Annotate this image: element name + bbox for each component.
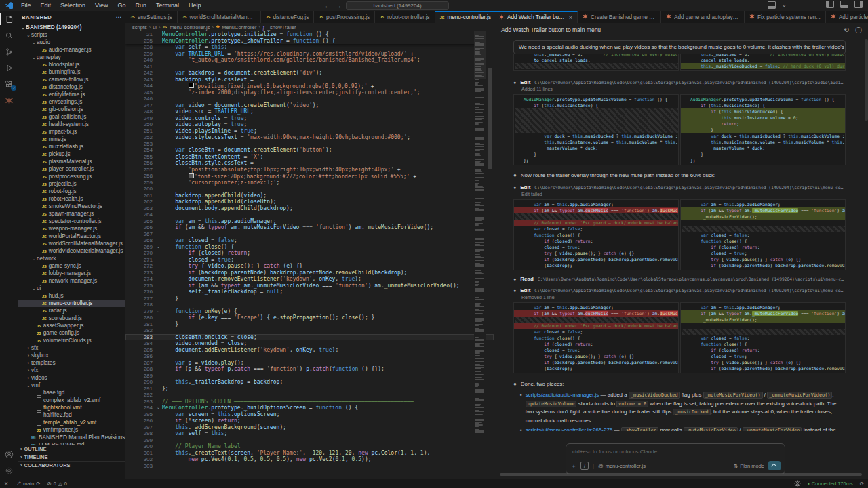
command-center-search[interactable]: banished (1499204) <box>346 1 449 10</box>
code-line[interactable]: 241 <box>125 64 494 70</box>
menu-file[interactable]: File <box>16 0 36 11</box>
tree-item[interactable]: JSweapon-manager.js <box>18 225 125 232</box>
code-line[interactable]: 274 document.removeEventListener('keydow… <box>125 276 494 283</box>
diff-block[interactable]: AudioManager.prototype.updateMusicVolume… <box>513 94 846 165</box>
code-line[interactable]: 255 closeBtn.textContent = 'X'; <box>125 154 494 161</box>
code-line[interactable]: 264 <box>125 211 494 218</box>
editor-tab[interactable]: JSpostProcessing.js <box>314 11 375 23</box>
tree-item[interactable]: JSplayer-controller.js <box>18 165 125 173</box>
tree-item[interactable]: JSplasmaMaterial.js <box>18 158 125 165</box>
code-line[interactable]: 289 <box>125 373 494 380</box>
code-line[interactable]: 283 closeBtn.onclick = close; <box>125 334 494 341</box>
tree-item[interactable]: flightschool.vmf <box>18 404 125 411</box>
breadcrumb-item[interactable]: ui <box>153 24 157 30</box>
status-accounts-icon[interactable] <box>794 480 801 488</box>
close-tab-icon[interactable]: × <box>569 14 572 21</box>
sidebar-section-collaborators[interactable]: ›COLLABORATORS <box>18 461 125 469</box>
code-editor[interactable]: 236237238 var self = this;239 var TRAILE… <box>125 31 494 479</box>
code-line[interactable]: 268 var closed = false; <box>125 237 494 244</box>
tool-call[interactable]: ●EditC:\Users\Owner\AppData\Roaming\Code… <box>513 287 846 293</box>
diff-block[interactable]: var am = this.app.audioManager; if (am &… <box>513 199 846 270</box>
plan-mode-toggle[interactable]: ⇅ Plan mode <box>734 463 764 469</box>
tree-item[interactable]: JSvmfImporter.js <box>18 426 125 434</box>
extensions-icon[interactable]: 2 <box>0 76 18 92</box>
code-line[interactable]: 287 var p = video.play(); <box>125 360 494 367</box>
session-tab[interactable]: Add Watch Trailer button...× <box>494 11 578 23</box>
breadcrumb[interactable]: scripts›ui›JSmenu-controller.js›❖MenuCon… <box>125 23 500 31</box>
git-branch-indicator[interactable]: ⎇ main ⟳ <box>15 481 40 487</box>
code-line[interactable]: 247 var video = document.createElement('… <box>125 102 494 109</box>
menu-run[interactable]: Run <box>130 0 151 11</box>
status-refresh-icon[interactable]: ⟳ <box>860 481 864 487</box>
code-line[interactable]: 254 var closeBtn = document.createElemen… <box>125 147 494 154</box>
session-tab[interactable]: Create Banished game rea... <box>578 11 661 23</box>
code-line[interactable]: 300 // Player Name label <box>125 443 494 450</box>
explorer-more-actions-icon[interactable]: ⋯ <box>116 14 121 20</box>
code-line[interactable]: 286 <box>125 353 494 360</box>
send-button[interactable] <box>768 461 781 470</box>
tree-item[interactable]: JSdistancefog.js <box>18 83 125 91</box>
tree-item[interactable]: ⌄scripts <box>18 31 125 39</box>
code-line[interactable]: 282 <box>125 327 494 334</box>
editor-tab[interactable]: JSdistanceFog.js <box>261 11 315 23</box>
code-line[interactable]: 252 video.style.cssText = 'max-width:90v… <box>125 134 494 141</box>
code-line[interactable]: 292 <box>125 392 494 399</box>
sidebar-section-timeline[interactable]: ›TIMELINE <box>18 453 125 461</box>
diff-block[interactable]: var am = this.app.audioManager; if (am &… <box>513 302 846 373</box>
tree-item[interactable]: ›sfx <box>18 344 125 352</box>
accounts-icon[interactable] <box>0 446 18 462</box>
code-line[interactable]: 275 if (am && typeof am._unmuteMusicForV… <box>125 283 494 289</box>
source-control-icon[interactable] <box>0 43 18 60</box>
menu-selection[interactable]: Selection <box>56 0 90 11</box>
tree-item[interactable]: JSradar.js <box>18 307 125 314</box>
breadcrumb-item[interactable]: _showTrailer <box>267 24 296 30</box>
input-overflow-icon[interactable]: ⋮ <box>774 448 779 454</box>
tree-item[interactable]: JSrobot-fog.js <box>18 188 125 195</box>
code-line[interactable]: 245 'z-index:2000;display:flex;align-ite… <box>125 89 494 96</box>
tree-item[interactable]: JSscoreboard.js <box>18 314 125 322</box>
tree-item[interactable]: JSaudio-manager.js <box>18 46 125 54</box>
tree-item[interactable]: temple_abfab_v2.vmf <box>18 419 125 426</box>
code-line[interactable]: 263 document.body.appendChild(backdrop); <box>125 205 494 212</box>
sync-icon[interactable]: ⟳ <box>36 481 40 487</box>
menu-terminal[interactable]: Terminal <box>151 0 184 11</box>
slash-command-icon[interactable]: / <box>580 462 589 470</box>
search-icon[interactable] <box>0 27 18 43</box>
tree-item[interactable]: JSworldVideoMaterialManager.js <box>18 247 125 255</box>
tree-item[interactable]: JSprojectile.js <box>18 180 125 188</box>
code-line[interactable]: 243 backdrop.style.cssText = <box>125 77 494 83</box>
code-line[interactable]: 261 backdrop.appendChild(video); <box>125 192 494 199</box>
code-line[interactable]: 290 this._trailerBackdrop = backdrop; <box>125 379 494 386</box>
tree-item[interactable]: ⌄network <box>18 255 125 262</box>
tree-item[interactable]: JSnetwork-manager.js <box>18 277 125 285</box>
code-line[interactable]: 253 <box>125 141 494 148</box>
code-line[interactable]: 271 closed = true; <box>125 257 494 264</box>
tree-item[interactable]: ›skybox <box>18 352 125 359</box>
tree-item[interactable]: M↓BANISHED Manual Plan Revisions.md <box>18 434 125 441</box>
tree-item[interactable]: JSgame-config.js <box>18 329 125 337</box>
code-line[interactable]: 251 video.playsInline = true; <box>125 128 494 135</box>
code-line[interactable]: 265 var am = this.app.audioManager; <box>125 218 494 225</box>
tree-item[interactable]: ⌄BANISHED (1499204) <box>18 24 125 31</box>
tree-item[interactable]: JSentitylifetime.js <box>18 91 125 98</box>
code-line[interactable]: 279⌄ function onKey(e) { <box>125 308 494 315</box>
tree-item[interactable]: ⌄audio <box>18 39 125 46</box>
diff-block[interactable]: this._musicSeq = 0; // incremented on ev… <box>513 54 846 71</box>
tree-item[interactable]: JSpickup.js <box>18 150 125 158</box>
code-line[interactable]: 294⌄MenuController.prototype._buildOptio… <box>125 405 494 411</box>
code-line[interactable]: 284 video.onended = close; <box>125 340 494 347</box>
remote-indicator[interactable]: ✕ <box>4 481 8 487</box>
tree-item[interactable]: JSspectator-controller.js <box>18 218 125 225</box>
code-line[interactable]: 303 <box>125 463 494 470</box>
menu-help[interactable]: Help <box>184 0 206 11</box>
tree-item[interactable]: JSvolumetricClouds.js <box>18 337 125 344</box>
code-line[interactable]: 272 try { video.pause(); } catch (e) {} <box>125 263 494 270</box>
code-line[interactable]: 302 new pc.Vec4(0.1, 0.5, 0.5, 0.5), new… <box>125 456 494 463</box>
editor-tab[interactable]: JSenvSettings.js <box>125 11 178 23</box>
code-line[interactable]: 262 backdrop.appendChild(closeBtn); <box>125 199 494 205</box>
code-line[interactable]: 296 if (!screen) return; <box>125 418 494 424</box>
code-line[interactable]: 270 if (closed) return; <box>125 250 494 257</box>
minimap[interactable] <box>474 31 486 479</box>
code-line[interactable]: 248 video.src = TRAILER_URL; <box>125 108 494 115</box>
code-line[interactable]: 258 'font-size:20px;background:#222;colo… <box>125 173 494 180</box>
